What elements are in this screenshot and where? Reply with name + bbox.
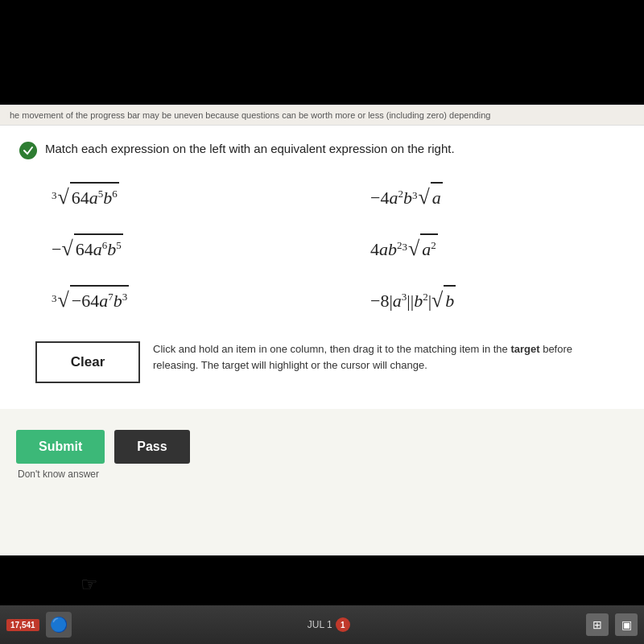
pass-button[interactable]: Pass — [114, 430, 189, 464]
submit-button[interactable]: Submit — [16, 430, 105, 464]
taskbar-date: JUL 1 — [308, 619, 332, 630]
instructions-row: Clear Click and hold an item in one colu… — [35, 332, 609, 393]
taskbar-right-icon-1[interactable]: ⊞ — [586, 613, 609, 636]
bottom-bar: Submit Pass Don't know answer — [0, 417, 644, 485]
progress-notice: he movement of the progress bar may be u… — [0, 105, 644, 126]
right-expr-1[interactable]: −4a2b3√a — [370, 182, 601, 211]
left-expr-3[interactable]: 3√−64a7b3 — [52, 285, 306, 314]
taskbar-notification-dot: 1 — [336, 617, 350, 632]
main-card: he movement of the progress bar may be u… — [0, 105, 644, 555]
taskbar: 17,541 🔵 JUL 1 1 ⊞ ▣ — [0, 605, 644, 644]
expressions-grid: 3√64a5b6 −√64a6b5 3√−64a7b3 −4a2b3√a — [27, 174, 617, 322]
left-column: 3√64a5b6 −√64a6b5 3√−64a7b3 — [27, 174, 322, 322]
question-text: Match each expression on the left with a… — [45, 140, 455, 157]
cursor-hand-icon: ☞ — [80, 573, 98, 596]
clear-button[interactable]: Clear — [35, 341, 140, 383]
question-header: Match each expression on the left with a… — [19, 140, 625, 159]
right-expr-3[interactable]: −8|a3||b2|√b — [370, 285, 601, 314]
taskbar-app-icon[interactable]: 🔵 — [46, 612, 72, 638]
question-icon — [19, 142, 37, 159]
check-icon — [23, 145, 34, 156]
right-expr-2[interactable]: 4ab23√a2 — [370, 233, 601, 262]
taskbar-right-icon-2[interactable]: ▣ — [615, 613, 638, 636]
left-expr-2[interactable]: −√64a6b5 — [52, 233, 306, 262]
question-area: Match each expression on the left with a… — [0, 126, 644, 409]
action-buttons: Submit Pass — [16, 430, 628, 464]
instructions-text: Click and hold an item in one column, th… — [153, 341, 609, 373]
taskbar-badge-number: 17,541 — [6, 619, 39, 631]
taskbar-left: 17,541 🔵 — [6, 612, 72, 638]
taskbar-right: ⊞ ▣ — [586, 613, 638, 636]
right-column: −4a2b3√a 4ab23√a2 −8|a3||b2|√b — [322, 174, 617, 322]
taskbar-center: JUL 1 1 — [308, 617, 350, 632]
left-expr-1[interactable]: 3√64a5b6 — [52, 182, 306, 211]
dont-know-text: Don't know answer — [18, 469, 628, 480]
top-black-area — [0, 0, 644, 105]
